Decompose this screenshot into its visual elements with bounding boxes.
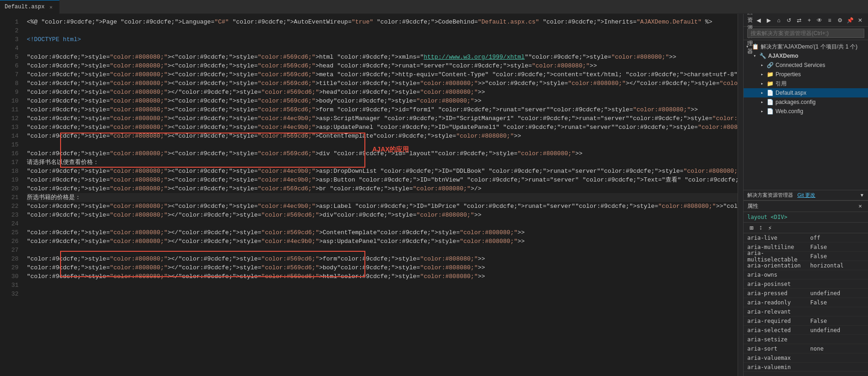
prop-name: aria-live xyxy=(744,235,808,241)
prop-row[interactable]: aria-live off xyxy=(744,233,868,243)
tree-label: AJAXDemo xyxy=(768,53,798,59)
prop-value: False xyxy=(808,253,868,260)
props-toolbar: ✕ xyxy=(856,202,864,211)
prop-name: aria-readonly xyxy=(744,299,808,306)
prop-row[interactable]: aria-required False xyxy=(744,316,868,326)
prop-value: none xyxy=(808,346,868,352)
prop-value: False xyxy=(808,299,868,306)
tab-default-aspx[interactable]: Default.aspx ✕ xyxy=(0,0,60,14)
tree-icon: 📄 xyxy=(766,108,774,115)
toolbar-forward[interactable]: ▶ xyxy=(764,16,773,24)
collapse-btn[interactable]: ▼ xyxy=(860,193,864,198)
props-events[interactable]: ⚡ xyxy=(766,224,774,232)
prop-name: aria-orientation xyxy=(744,262,808,269)
prop-row[interactable]: aria-orientation horizontal xyxy=(744,261,868,270)
tree-icon: 📁 xyxy=(766,71,774,78)
solution-explorer-header: 解决方案资源管理器 ◀ ▶ ⌂ ↺ ⇄ + 👁 ≡ ⚙ 📌 ✕ xyxy=(744,14,868,27)
prop-value: False xyxy=(808,244,868,250)
prop-row[interactable]: aria-readonly False xyxy=(744,298,868,307)
solution-tree-item[interactable]: ▸ 📁 引用 xyxy=(744,79,868,88)
solution-tree-item[interactable]: ▸ 🔗 Connected Services xyxy=(744,61,868,70)
right-panel: 解决方案资源管理器 ◀ ▶ ⌂ ↺ ⇄ + 👁 ≡ ⚙ 📌 ✕ ▾ 📋 解决方 xyxy=(743,14,868,376)
prop-row[interactable]: aria-valuemin xyxy=(744,363,868,372)
tree-label: Web.config xyxy=(776,108,803,115)
panel-pin[interactable]: 📌 xyxy=(846,16,854,24)
props-categorized[interactable]: ⊞ xyxy=(747,224,756,232)
tree-label: Properties xyxy=(776,71,801,78)
panel-toolbar: ◀ ▶ ⌂ ↺ ⇄ + 👁 ≡ ⚙ 📌 ✕ xyxy=(754,16,864,24)
prop-name: aria-relevant xyxy=(744,309,808,315)
divider-label: 解决方案资源管理器 Git 更改 xyxy=(747,192,815,199)
tab-close-button[interactable]: ✕ xyxy=(47,3,55,11)
code-content[interactable]: <%@ "color:#9cdcfe;">Page "color:#9cdcfe… xyxy=(23,14,738,376)
prop-name: aria-setsize xyxy=(744,336,808,343)
solution-tree-item[interactable]: ▸ 📄 Web.config xyxy=(744,107,868,116)
prop-row[interactable]: aria-pressed undefined xyxy=(744,289,868,298)
tree-label: 引用 xyxy=(776,80,787,88)
panel-close[interactable]: ✕ xyxy=(856,16,864,24)
tree-icon: 📋 xyxy=(751,43,759,50)
prop-value: off xyxy=(808,235,868,241)
solution-tree-item[interactable]: ▸ 📁 Properties xyxy=(744,70,868,79)
toolbar-home[interactable]: ⌂ xyxy=(775,16,783,24)
tree-icon: 🔧 xyxy=(758,53,767,60)
prop-row[interactable]: aria-selected undefined xyxy=(744,326,868,335)
prop-name: aria-multiselectable xyxy=(744,250,808,263)
tree-arrow: ▾ xyxy=(744,44,751,49)
prop-name: aria-valuemax xyxy=(744,355,808,361)
prop-value: undefined xyxy=(808,327,868,334)
prop-row[interactable]: aria-valuemax xyxy=(744,353,868,363)
tree-icon: 📄 xyxy=(766,99,774,106)
toolbar-sync[interactable]: ⇄ xyxy=(795,16,803,24)
solution-tree-item[interactable]: ▸ 📄 packages.config xyxy=(744,97,868,107)
solution-tree-item[interactable]: ▸ 📄 Default.aspx xyxy=(744,88,868,97)
prop-row[interactable]: aria-multiselectable False xyxy=(744,252,868,261)
prop-name: aria-multiline xyxy=(744,244,808,250)
tree-label: 解决方案'AJAXDemo'(1 个项目/共 1 个) xyxy=(761,43,857,51)
prop-name: aria-pressed xyxy=(744,290,808,297)
solution-tree-item[interactable]: ▾ 🔧 AJAXDemo xyxy=(744,51,868,61)
solution-tree-item[interactable]: ▾ 📋 解决方案'AJAXDemo'(1 个项目/共 1 个) xyxy=(744,42,868,51)
toolbar-back[interactable]: ◀ xyxy=(754,16,763,24)
toolbar-refresh[interactable]: ↺ xyxy=(785,16,793,24)
toolbar-show-all[interactable]: 👁 xyxy=(815,16,824,24)
properties-panel: 属性 ✕ layout <DIV> ⊞ ↕ ⚡ aria-live off ar… xyxy=(744,200,868,376)
ajax-annotation: AJAX的应用 xyxy=(372,146,409,154)
tree-arrow: ▸ xyxy=(758,81,766,86)
git-link[interactable]: Git 更改 xyxy=(797,192,815,198)
prop-element-name: layout <DIV> xyxy=(747,214,788,220)
toolbar-new[interactable]: + xyxy=(805,16,813,24)
solution-search-input[interactable] xyxy=(747,29,864,38)
tree-arrow: ▾ xyxy=(751,53,758,59)
tree-arrow: ▸ xyxy=(758,90,766,96)
prop-name: aria-posinset xyxy=(744,281,808,287)
panel-divider[interactable]: 解决方案资源管理器 Git 更改 ▼ xyxy=(744,190,868,200)
prop-title-row: layout <DIV> xyxy=(744,212,868,223)
toolbar-settings[interactable]: ⚙ xyxy=(836,16,844,24)
prop-name: aria-sort xyxy=(744,346,808,352)
tab-label: Default.aspx xyxy=(5,4,44,10)
tab-bar: Default.aspx ✕ xyxy=(0,0,868,14)
prop-value: undefined xyxy=(808,290,868,297)
prop-row[interactable]: aria-setsize xyxy=(744,335,868,344)
solution-tree: ▾ 📋 解决方案'AJAXDemo'(1 个项目/共 1 个) ▾ 🔧 AJAX… xyxy=(744,40,868,190)
editor-area: 1234567891011121314151617181920212223242… xyxy=(0,14,738,376)
props-alphabetical[interactable]: ↕ xyxy=(757,224,765,232)
tree-label: packages.config xyxy=(776,99,816,105)
prop-value: False xyxy=(808,318,868,324)
toolbar-filter[interactable]: ≡ xyxy=(825,16,834,24)
prop-row[interactable]: aria-posinset xyxy=(744,279,868,289)
prop-row[interactable]: aria-relevant xyxy=(744,307,868,316)
line-numbers: 1234567891011121314151617181920212223242… xyxy=(0,14,23,376)
properties-title: 属性 xyxy=(747,202,758,210)
tree-icon: 🔗 xyxy=(766,62,774,69)
editor-scrollbar[interactable] xyxy=(738,14,743,376)
props-close[interactable]: ✕ xyxy=(856,202,864,211)
prop-name: aria-owns xyxy=(744,272,808,278)
main-layout: 1234567891011121314151617181920212223242… xyxy=(0,14,868,376)
tree-arrow: ▸ xyxy=(758,62,766,68)
prop-row[interactable]: aria-sort none xyxy=(744,344,868,353)
tree-icon: 📄 xyxy=(766,90,774,97)
prop-table: aria-live off aria-multiline False aria-… xyxy=(744,233,868,376)
prop-row[interactable]: aria-owns xyxy=(744,270,868,279)
